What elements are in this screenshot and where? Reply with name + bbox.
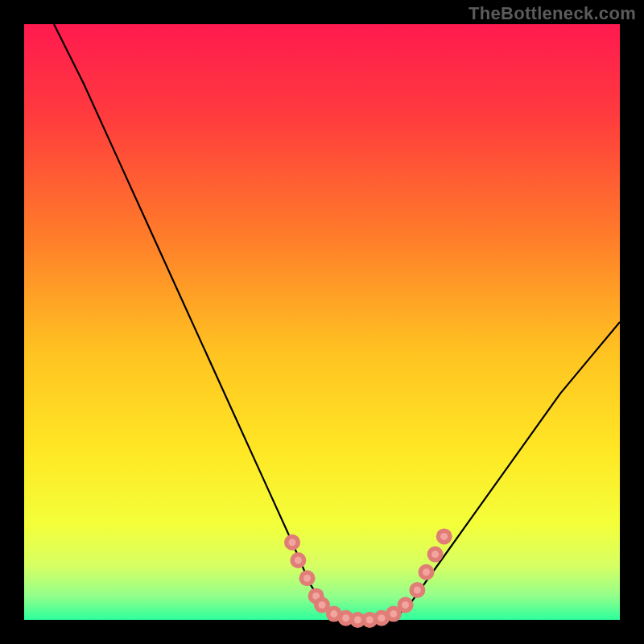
highlight-dot-core [366,617,374,624]
bottleneck-chart [0,0,644,644]
highlight-dot-core [440,533,448,540]
highlight-dot-core [402,601,409,609]
highlight-dot-core [431,551,439,558]
highlight-dot-core [390,610,397,617]
highlight-dot-core [303,575,311,582]
highlight-dot-core [414,587,421,594]
highlight-dot-core [319,601,326,609]
chart-frame: TheBottleneck.com [0,0,644,644]
watermark-text: TheBottleneck.com [469,3,636,24]
highlight-dot-core [354,617,361,624]
highlight-dot-core [295,557,302,564]
highlight-dot-core [330,610,337,617]
highlight-dot-core [378,614,386,621]
highlight-dot-core [423,568,430,576]
plot-background [24,24,620,620]
highlight-dot-core [289,539,296,546]
highlight-dot-core [342,614,349,621]
